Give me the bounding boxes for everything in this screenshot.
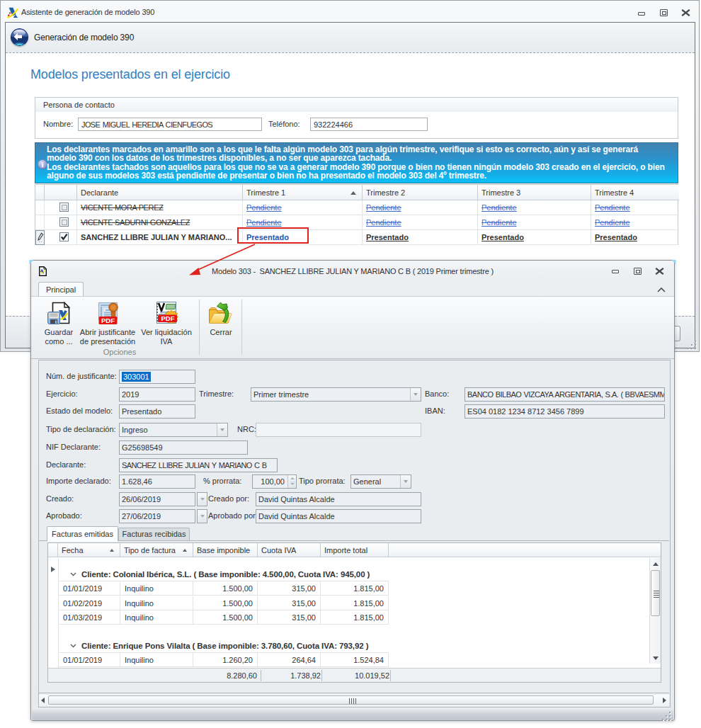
svg-text:PDF: PDF [161,314,175,322]
svg-text:PDF: PDF [101,317,115,324]
